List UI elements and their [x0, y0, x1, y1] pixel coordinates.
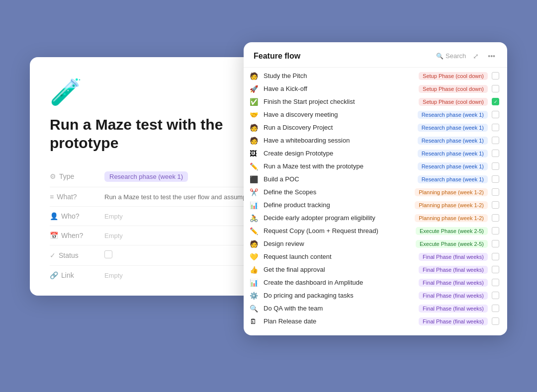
item-tag: Setup Phase (cool down) [419, 85, 488, 93]
item-text: Create design Prototype [264, 150, 414, 157]
item-text: Request launch content [264, 253, 415, 260]
item-checkbox[interactable] [492, 111, 499, 118]
item-checkbox[interactable] [492, 279, 499, 286]
list-item[interactable]: 🔍 Do QA with the team Final Phase (final… [244, 302, 507, 315]
search-area[interactable]: 🔍 Search [436, 52, 466, 60]
item-text: Decide early adopter program eligibility [264, 214, 411, 222]
item-emoji: ⚙️ [250, 292, 260, 300]
item-checkbox[interactable] [492, 253, 499, 260]
page-title: Run a Maze test with the prototype [50, 115, 264, 153]
list-item[interactable]: 🗓 Plan Release date Final Phase (final w… [244, 315, 507, 328]
item-checkbox[interactable] [492, 72, 499, 79]
list-item[interactable]: 🚴 Decide early adopter program eligibili… [244, 212, 507, 225]
item-text: Have a Kick-off [264, 85, 415, 92]
item-checkbox[interactable] [492, 188, 499, 196]
list-item[interactable]: 📊 Define product tracking Planning phase… [244, 199, 507, 212]
item-text: Have a whiteboarding session [264, 137, 414, 144]
item-tag: Research phase (week 1) [418, 111, 488, 119]
item-emoji: 🧑 [250, 240, 260, 248]
item-checkbox[interactable] [492, 201, 499, 209]
item-text: Plan Release date [264, 317, 415, 325]
prop-value-what: Run a Maze test to test the user flow an… [104, 187, 264, 206]
list-item[interactable]: 👍 Get the final approval Final Phase (fi… [244, 263, 507, 276]
item-tag: Planning phase (week 1-2) [415, 214, 488, 222]
item-checkbox[interactable] [492, 137, 499, 144]
item-emoji: 🚴 [250, 214, 260, 222]
item-tag: Research phase (week 1) [418, 150, 488, 157]
list-item[interactable]: 🖼 Create design Prototype Research phase… [244, 147, 507, 160]
item-text: Do pricing and packaging tasks [264, 292, 415, 299]
item-checkbox[interactable] [492, 240, 499, 247]
prop-value-status[interactable] [104, 245, 264, 265]
properties-table: ⚙TypeResearch phase (week 1)≡What?Run a … [50, 166, 264, 285]
list-item[interactable]: 🧑 Run a Discovery Project Research phase… [244, 121, 507, 134]
item-emoji: 🧑 [250, 124, 260, 132]
item-text: Have a discovery meeting [264, 111, 414, 118]
prop-label-status: ✓Status [50, 245, 104, 265]
prop-value-who: Empty [104, 206, 264, 226]
more-icon[interactable]: ••• [486, 51, 497, 61]
item-emoji: 👍 [250, 266, 260, 274]
item-text: Finish the Start project checklist [264, 98, 415, 105]
expand-icon[interactable]: ⤢ [471, 51, 481, 61]
item-emoji: 🚀 [250, 85, 260, 93]
list-item[interactable]: ✂️ Define the Scopes Planning phase (wee… [244, 186, 507, 199]
item-emoji: 📊 [250, 201, 260, 209]
prop-label-type: ⚙Type [50, 166, 104, 187]
item-text: Build a POC [264, 175, 414, 183]
list-item[interactable]: ⬛ Build a POC Research phase (week 1) [244, 173, 507, 186]
list-item[interactable]: ⚙️ Do pricing and packaging tasks Final … [244, 289, 507, 302]
list-item[interactable]: 🤝 Have a discovery meeting Research phas… [244, 108, 507, 121]
item-tag: Setup Phase (cool down) [419, 72, 488, 80]
item-checkbox[interactable] [492, 227, 499, 235]
item-text: Request Copy (Loom + Request thread) [264, 227, 412, 235]
item-emoji: ✅ [250, 98, 260, 106]
prop-icon-status: ✓ [50, 251, 56, 259]
item-emoji: 💛 [250, 253, 260, 261]
item-checkbox[interactable] [492, 175, 499, 183]
item-text: Create the dashboard in Amplitude [264, 279, 415, 286]
list-item[interactable]: 🚀 Have a Kick-off Setup Phase (cool down… [244, 82, 507, 95]
prop-label-who: 👤Who? [50, 206, 104, 226]
status-checkbox[interactable] [104, 250, 112, 258]
item-checkbox[interactable] [492, 124, 499, 131]
item-checkbox[interactable] [492, 292, 499, 299]
prop-value-when: Empty [104, 226, 264, 245]
item-checkbox[interactable]: ✓ [492, 98, 499, 105]
empty-value: Empty [104, 213, 123, 220]
prop-label-what: ≡What? [50, 187, 104, 206]
item-checkbox[interactable] [492, 85, 499, 92]
item-emoji: 🖼 [250, 150, 260, 157]
item-text: Define product tracking [264, 201, 411, 209]
item-emoji: 🧑 [250, 72, 260, 80]
page-icon: 🧪 [50, 77, 264, 107]
list-item[interactable]: 💛 Request launch content Final Phase (fi… [244, 250, 507, 263]
item-checkbox[interactable] [492, 266, 499, 273]
prop-icon-when: 📅 [50, 232, 58, 239]
list-item[interactable]: ✏️ Run a Maze test with the prototype Re… [244, 160, 507, 173]
item-tag: Final Phase (final weeks) [419, 317, 488, 325]
item-checkbox[interactable] [492, 214, 499, 222]
item-checkbox[interactable] [492, 150, 499, 157]
prop-icon-link: 🔗 [50, 271, 58, 279]
list-item[interactable]: ✅ Finish the Start project checklist Set… [244, 95, 507, 108]
prop-icon-type: ⚙ [50, 172, 56, 180]
item-tag: Research phase (week 1) [418, 124, 488, 132]
prop-value-link: Empty [104, 265, 264, 285]
item-checkbox[interactable] [492, 162, 499, 170]
item-emoji: ✏️ [250, 227, 260, 235]
item-tag: Final Phase (final weeks) [419, 305, 488, 313]
item-emoji: 🤝 [250, 111, 260, 119]
list-item[interactable]: 🧑 Study the Pitch Setup Phase (cool down… [244, 70, 507, 82]
item-checkbox[interactable] [492, 317, 499, 325]
item-tag: Execute Phase (week 2-5) [416, 227, 488, 235]
list-item[interactable]: 🧑 Have a whiteboarding session Research … [244, 134, 507, 147]
item-checkbox[interactable] [492, 305, 499, 312]
list-item[interactable]: 🧑 Design review Execute Phase (week 2-5) [244, 237, 507, 250]
list-item[interactable]: ✏️ Request Copy (Loom + Request thread) … [244, 225, 507, 237]
item-tag: Final Phase (final weeks) [419, 253, 488, 261]
item-tag: Execute Phase (week 2-5) [416, 240, 488, 248]
list-item[interactable]: 📊 Create the dashboard in Amplitude Fina… [244, 276, 507, 289]
item-text: Run a Maze test with the prototype [264, 162, 414, 170]
prop-icon-who: 👤 [50, 212, 58, 220]
